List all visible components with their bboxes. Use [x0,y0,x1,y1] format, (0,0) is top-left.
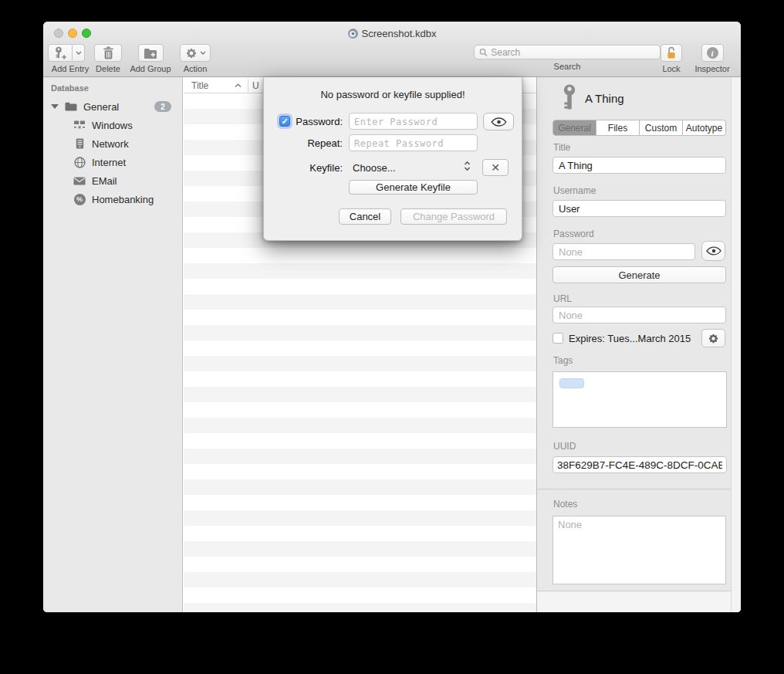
keyfile-popup[interactable]: Choose... [353,162,396,174]
sidebar-item-windows[interactable]: Windows [43,117,183,133]
window-header: Screenshot.kdbx [43,22,741,77]
entry-title: A Thing [585,92,624,105]
show-password-button[interactable] [483,113,514,130]
titlebar: Screenshot.kdbx [43,27,741,40]
lock-button[interactable] [661,44,682,62]
clear-keyfile-button[interactable]: ✕ [482,159,509,176]
chevron-down-icon [200,51,206,55]
disclosure-triangle[interactable] [51,104,59,109]
network-icon [73,120,86,130]
username-label: Username [553,185,596,196]
add-group-button[interactable] [138,44,164,62]
sidebar-item-email[interactable]: EMail [43,173,183,188]
uuid-field[interactable] [553,456,727,473]
sidebar-item-network[interactable]: Network [43,136,183,151]
inspector-footer [537,591,741,612]
add-group-label: Add Group [124,64,177,73]
column-separator[interactable] [248,79,248,92]
sidebar-item-label: EMail [92,175,117,187]
list-row[interactable] [184,588,536,603]
expires-settings-button[interactable] [701,329,725,347]
clear-icon: ✕ [491,161,500,174]
list-row[interactable] [184,263,536,279]
tab-general[interactable]: General [553,120,596,135]
search-input[interactable] [491,47,655,58]
tag-pill[interactable] [559,378,584,388]
password-field[interactable] [553,243,695,260]
password-checkbox[interactable]: ✓ [279,116,290,127]
tab-custom[interactable]: Custom [640,120,683,135]
scrollbar-track[interactable] [731,77,741,612]
sidebar-item-general[interactable]: General 2 [43,99,183,114]
url-field[interactable] [553,307,726,323]
list-row[interactable] [184,371,536,387]
list-row[interactable] [184,340,536,356]
notes-field[interactable] [553,516,726,584]
sidebar: Database General 2 [43,77,183,612]
desktop-background: Screenshot.kdbx [0,0,784,674]
repeat-password-input[interactable] [349,134,478,151]
generate-keyfile-button[interactable]: Generate Keyfile [349,180,478,195]
enter-password-input[interactable] [349,113,478,130]
list-row[interactable] [184,526,536,541]
list-row[interactable] [184,572,536,588]
action-button[interactable] [180,44,211,62]
stepper-icon[interactable] [464,161,471,171]
folder-plus-icon [144,48,157,59]
list-row[interactable] [184,294,536,310]
add-entry-button[interactable] [48,44,93,62]
list-row[interactable] [184,433,536,449]
change-password-button[interactable]: Change Password [400,208,507,225]
search-label: Search [469,62,665,71]
tab-files[interactable]: Files [596,120,640,135]
repeat-label: Repeat: [292,137,343,149]
sidebar-item-homebanking[interactable]: % Homebanking [43,191,183,207]
delete-button[interactable] [94,44,122,62]
list-row[interactable] [184,310,536,325]
list-row[interactable] [184,402,536,418]
list-row[interactable] [184,541,536,557]
expires-label: Expires: Tues...March 2015 [569,333,691,344]
add-group-tool: Add Group [124,44,177,73]
info-icon: i [707,47,718,59]
list-row[interactable] [184,248,536,263]
username-field[interactable] [553,200,726,217]
list-row[interactable] [184,510,536,526]
list-row[interactable] [184,356,536,371]
column-header-title[interactable]: Title [191,77,208,93]
title-label: Title [553,142,570,153]
list-row[interactable] [184,479,536,495]
cancel-button[interactable]: Cancel [339,208,391,225]
list-row[interactable] [184,495,536,510]
count-badge: 2 [154,101,171,112]
sidebar-item-internet[interactable]: Internet [43,154,183,170]
list-row[interactable] [184,325,536,340]
sidebar-item-label: Network [92,138,129,150]
keyfile-label: Keyfile: [292,162,343,174]
list-row[interactable] [184,449,536,464]
sidebar-item-label: Internet [92,157,126,168]
list-row[interactable] [184,418,536,433]
search-field[interactable] [474,45,661,59]
chevron-down-icon [76,51,82,55]
add-entry-main[interactable] [48,44,73,62]
search-tool: Search [469,44,665,71]
generate-button[interactable]: Generate [553,266,726,283]
inspector-tool: i Inspector [690,44,735,73]
sidebar-header: Database [51,83,89,93]
expires-checkbox[interactable] [553,333,563,344]
list-row[interactable] [184,387,536,402]
tab-autotype[interactable]: Autotype [683,120,725,135]
list-row[interactable] [184,557,536,572]
add-entry-dropdown[interactable] [73,44,85,62]
notes-label: Notes [553,499,577,510]
tags-box[interactable] [553,371,727,428]
column-header-username[interactable]: U [252,77,259,93]
list-row[interactable] [184,603,536,612]
list-row[interactable] [184,279,536,294]
show-password-button[interactable] [701,241,725,261]
add-entry-tool: Add Entry [48,44,93,73]
list-row[interactable] [184,464,536,479]
title-field[interactable] [553,157,726,174]
inspector-button[interactable]: i [701,44,724,62]
